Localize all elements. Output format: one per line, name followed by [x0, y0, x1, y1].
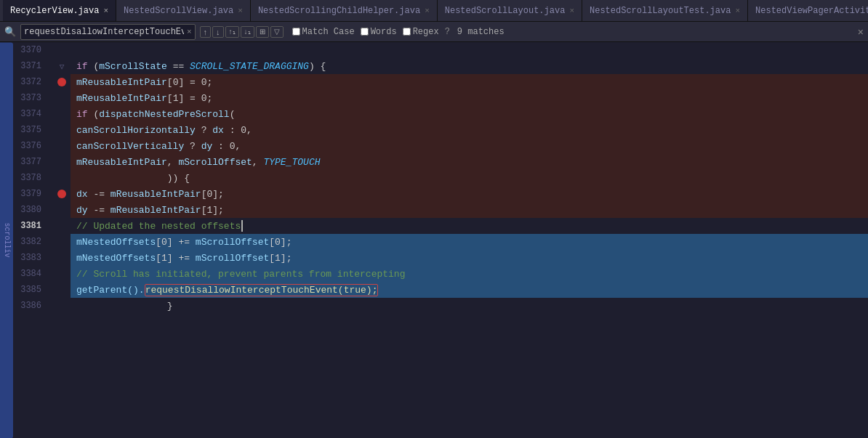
tab-close-icon[interactable]: × — [103, 7, 108, 15]
regex-option[interactable]: Regex — [403, 27, 439, 37]
breakpoint-dot[interactable] — [57, 78, 66, 86]
clear-search-icon[interactable]: × — [187, 28, 192, 36]
tab-label: RecyclerView.java — [10, 6, 99, 16]
search-navigation: ↑ ↓ ↑₁ ↓₁ ⊞ ▽ — [200, 26, 284, 38]
breakpoint-row — [53, 250, 71, 266]
tab-nestedlayouttest[interactable]: NestedScrollLayoutTest.java × — [582, 0, 748, 22]
scroll-indicator: scrolliv — [0, 42, 13, 438]
code-line[interactable]: mNestedOffsets[1] += mScrollOffset[1]; — [71, 250, 868, 266]
line-number: 3379 — [13, 186, 47, 202]
line-number: 3374 — [13, 106, 47, 122]
search-next-button[interactable]: ↓ — [212, 26, 224, 38]
line-number: 3381 — [13, 218, 47, 234]
line-number: 3371 — [13, 58, 47, 74]
line-number: 3377 — [13, 154, 47, 170]
tab-nestedchild[interactable]: NestedScrollingChildHelper.java × — [251, 0, 438, 22]
tab-label: NestedViewPagerActivityTest3.java — [755, 6, 868, 16]
code-line[interactable] — [71, 42, 868, 58]
line-number: 3380 — [13, 202, 47, 218]
line-number: 3384 — [13, 266, 47, 282]
code-line[interactable]: } — [71, 298, 868, 314]
fold-icon[interactable]: ▽ — [60, 62, 65, 71]
code-line[interactable]: dy -= mReusableIntPair[1]; — [71, 202, 868, 218]
code-line[interactable]: if (dispatchNestedPreScroll( — [71, 106, 868, 122]
code-line[interactable]: mReusableIntPair, mScrollOffset, TYPE_TO… — [71, 154, 868, 170]
breakpoint-dot[interactable] — [57, 190, 66, 198]
tab-close-icon[interactable]: × — [569, 7, 574, 15]
words-option[interactable]: Words — [361, 27, 397, 37]
breakpoint-row — [53, 282, 71, 298]
code-line[interactable]: mNestedOffsets[0] += mScrollOffset[0]; — [71, 234, 868, 250]
words-label: Words — [371, 27, 397, 37]
search-icon: 🔍 — [4, 26, 16, 38]
search-bar: 🔍 × ↑ ↓ ↑₁ ↓₁ ⊞ ▽ Match Case Words Regex… — [0, 22, 868, 42]
search-filter-button[interactable]: ▽ — [270, 26, 284, 38]
tab-label: NestedScrollLayout.java — [445, 6, 566, 16]
breakpoint-row — [53, 154, 71, 170]
code-line[interactable]: )) { — [71, 170, 868, 186]
breakpoint-row — [53, 122, 71, 138]
search-prev-file-button[interactable]: ↑₁ — [225, 26, 239, 38]
line-number: 3382 — [13, 234, 47, 250]
code-line[interactable]: canScrollHorizontally ? dx : 0, — [71, 122, 868, 138]
breakpoint-row — [53, 266, 71, 282]
line-number: 3385 — [13, 282, 47, 298]
search-all-button[interactable]: ⊞ — [256, 26, 269, 38]
code-area: scrolliv 3370337133723373337433753376337… — [0, 42, 868, 438]
code-line[interactable]: // Updated the nested offsets — [71, 218, 868, 234]
match-case-checkbox[interactable] — [292, 28, 300, 36]
breakpoint-row — [53, 234, 71, 250]
tab-recyclerview[interactable]: RecyclerView.java × — [3, 0, 116, 22]
search-next-file-button[interactable]: ↓₁ — [241, 26, 254, 38]
line-number: 3378 — [13, 170, 47, 186]
line-number: 3386 — [13, 298, 47, 314]
code-line[interactable]: mReusableIntPair[1] = 0; — [71, 90, 868, 106]
breakpoint-row — [53, 74, 71, 90]
code-line[interactable]: dx -= mReusableIntPair[0]; — [71, 186, 868, 202]
tab-label: NestedScrollLayoutTest.java — [590, 6, 731, 16]
close-search-button[interactable]: × — [858, 26, 864, 38]
match-case-label: Match Case — [302, 27, 355, 37]
search-options: Match Case Words Regex ? — [292, 27, 450, 37]
match-case-option[interactable]: Match Case — [292, 27, 355, 37]
line-number: 3372 — [13, 74, 47, 90]
code-line[interactable]: getParent().requestDisallowInterceptTouc… — [71, 282, 868, 298]
text-cursor — [241, 220, 243, 232]
tab-close-icon[interactable]: × — [735, 7, 740, 15]
tab-nestedpager[interactable]: NestedViewPagerActivityTest3.java × — [748, 0, 868, 22]
regex-checkbox[interactable] — [403, 28, 411, 36]
tab-close-icon[interactable]: × — [238, 7, 243, 15]
breakpoint-row — [53, 202, 71, 218]
code-content[interactable]: 内部拦截 if (mScrollState == SCROLL_STATE_DR… — [71, 42, 868, 438]
words-checkbox[interactable] — [361, 28, 369, 36]
breakpoint-row — [53, 90, 71, 106]
regex-label: Regex — [413, 27, 439, 37]
code-line[interactable]: // Scroll has initiated, prevent parents… — [71, 266, 868, 282]
code-line[interactable]: mReusableIntPair[0] = 0; — [71, 74, 868, 90]
search-prev-button[interactable]: ↑ — [200, 26, 212, 38]
help-icon: ? — [445, 27, 450, 37]
breakpoint-row: ▽ — [53, 58, 71, 74]
tab-label: NestedScrollingChildHelper.java — [258, 6, 420, 16]
line-number: 3375 — [13, 122, 47, 138]
line-number: 3373 — [13, 90, 47, 106]
tab-close-icon[interactable]: × — [425, 7, 430, 15]
code-line[interactable]: canScrollVertically ? dy : 0, — [71, 138, 868, 154]
breakpoint-row — [53, 138, 71, 154]
breakpoint-row — [53, 170, 71, 186]
breakpoint-row — [53, 106, 71, 122]
line-number: 3370 — [13, 42, 47, 58]
search-input-wrap: × — [20, 24, 196, 40]
breakpoint-row — [53, 218, 71, 234]
tab-nestedlayout[interactable]: NestedScrollLayout.java × — [438, 0, 582, 22]
breakpoint-row — [53, 298, 71, 314]
scroll-indicator-label: scrolliv — [3, 222, 11, 257]
tab-bar: RecyclerView.java × NestedScrollView.jav… — [0, 0, 868, 22]
breakpoint-row — [53, 42, 71, 58]
breakpoint-area: ▽ — [53, 42, 71, 438]
code-line[interactable]: if (mScrollState == SCROLL_STATE_DRAGGIN… — [71, 58, 868, 74]
search-input[interactable] — [24, 27, 184, 37]
line-numbers: 3370337133723373337433753376337733783379… — [13, 42, 53, 438]
tab-nestedscrollview[interactable]: NestedScrollView.java × — [116, 0, 251, 22]
line-number: 3376 — [13, 138, 47, 154]
